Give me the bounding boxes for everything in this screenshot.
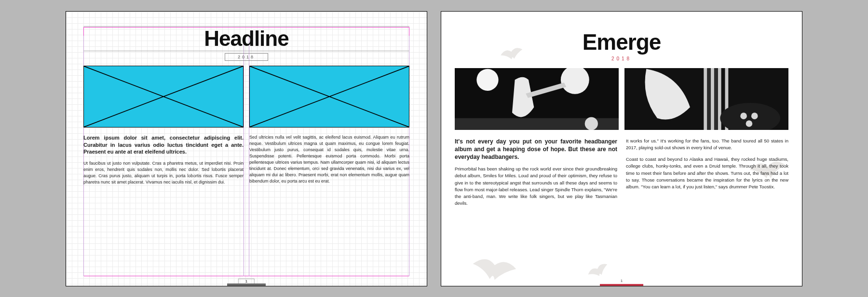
body-text-frame-right[interactable]: Sed ultricies nulla vel velit sagittis, … xyxy=(249,134,409,186)
year-text-frame[interactable]: 2018 xyxy=(225,53,268,61)
body-paragraph: Ut faucibus ut justo non vulputate. Cras… xyxy=(83,160,244,185)
body-paragraph: It works for us." It's working for the f… xyxy=(626,138,788,152)
svg-point-15 xyxy=(740,113,747,119)
parent-body-left[interactable]: It's not every day you put on your favor… xyxy=(455,138,617,207)
svg-rect-10 xyxy=(704,68,707,130)
parent-page-number[interactable]: 1 xyxy=(621,279,623,283)
lead-paragraph: It's not every day you put on your favor… xyxy=(455,138,617,161)
parent-body-right[interactable]: It works for us." It's working for the f… xyxy=(626,138,788,207)
parent-headline[interactable]: Emerge xyxy=(455,29,788,55)
svg-point-16 xyxy=(751,113,758,119)
child-page-spread[interactable]: Headline 2018 Lorem ipsum dolor sit amet… xyxy=(66,11,427,286)
parent-page-spread[interactable]: Emerge 2018 xyxy=(441,11,802,286)
body-paragraph: Primorbital has been shaking up the rock… xyxy=(455,166,617,207)
hero-image-right[interactable] xyxy=(624,68,788,130)
image-placeholder-left[interactable] xyxy=(83,66,244,127)
hero-image-left[interactable] xyxy=(455,68,619,130)
lead-paragraph: Lorem ipsum dolor sit amet, consectetur … xyxy=(83,134,244,156)
parent-page-tab-indicator xyxy=(600,284,643,286)
headline-text-frame[interactable]: Headline xyxy=(83,26,409,51)
body-paragraph: Coast to coast and beyond to Alaska and … xyxy=(626,156,788,190)
svg-point-5 xyxy=(476,69,498,90)
parent-year[interactable]: 2018 xyxy=(455,56,788,61)
body-paragraph: Sed ultricies nulla vel velit sagittis, … xyxy=(249,134,409,184)
svg-point-17 xyxy=(746,120,753,127)
svg-rect-11 xyxy=(711,68,714,130)
page-tab-indicator xyxy=(227,283,266,286)
svg-point-8 xyxy=(585,117,598,130)
image-placeholder-right[interactable] xyxy=(249,66,409,127)
body-text-frame-left[interactable]: Lorem ipsum dolor sit amet, consectetur … xyxy=(83,134,244,186)
